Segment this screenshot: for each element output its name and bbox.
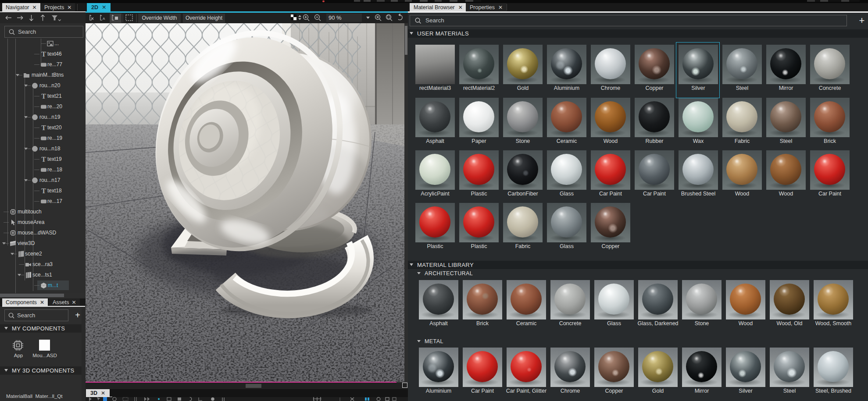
svg-text:A: A xyxy=(103,17,105,21)
